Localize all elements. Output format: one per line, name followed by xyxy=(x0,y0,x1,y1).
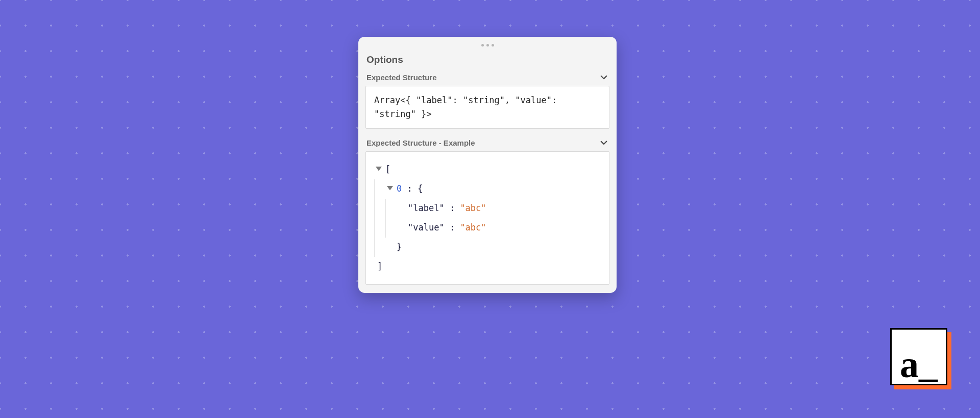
appsmith-logo: a_ xyxy=(890,328,947,385)
json-value: "abc" xyxy=(460,199,486,218)
caret-down-icon[interactable] xyxy=(385,184,395,194)
bracket-close: ] xyxy=(377,257,382,276)
section-label-example: Expected Structure - Example xyxy=(366,138,475,147)
logo-underscore: _ xyxy=(919,336,938,393)
caret-down-icon[interactable] xyxy=(374,165,383,174)
colon: : xyxy=(402,179,418,198)
section-label-structure: Expected Structure xyxy=(366,73,437,82)
tree-row-array-open[interactable]: [ xyxy=(374,160,601,179)
tree-row-prop: "value" : "abc" xyxy=(374,218,601,238)
array-index: 0 xyxy=(397,179,402,198)
tree-row-prop: "label" : "abc" xyxy=(374,199,601,218)
brace-close: } xyxy=(397,238,402,257)
tree-row-item-open[interactable]: 0 : { xyxy=(374,179,601,199)
json-value: "abc" xyxy=(460,218,486,237)
chevron-down-icon xyxy=(599,138,608,147)
section-header-example[interactable]: Expected Structure - Example xyxy=(365,136,609,151)
svg-marker-0 xyxy=(376,167,382,171)
colon: : xyxy=(445,199,460,218)
tree-row-item-close: } xyxy=(374,238,601,257)
section-header-structure[interactable]: Expected Structure xyxy=(365,71,609,86)
brace-open: { xyxy=(418,179,423,198)
logo-letter: a xyxy=(900,336,919,393)
tree-row-array-close: ] xyxy=(374,257,601,276)
bracket-open: [ xyxy=(385,160,390,179)
chevron-down-icon xyxy=(599,73,608,82)
options-panel: Options Expected Structure Array<{ "labe… xyxy=(358,37,617,293)
svg-marker-1 xyxy=(387,186,393,190)
example-json-tree: [ 0 : { "label" : "abc" "value" : "abc" xyxy=(365,151,609,285)
expected-structure-code: Array<{ "label": "string", "value": "str… xyxy=(365,86,609,129)
panel-title: Options xyxy=(366,54,609,65)
json-key: "value" xyxy=(408,218,445,237)
drag-handle[interactable] xyxy=(365,44,609,51)
json-key: "label" xyxy=(408,199,445,218)
colon: : xyxy=(445,218,460,237)
